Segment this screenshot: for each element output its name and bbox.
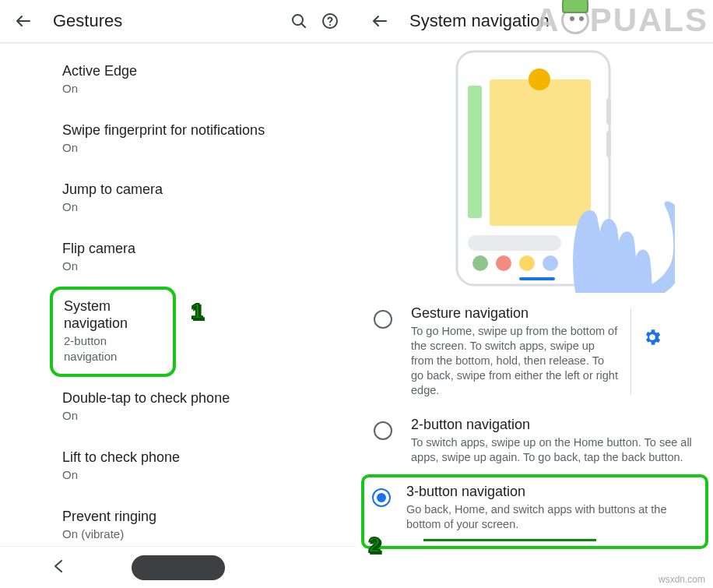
svg-point-12 — [519, 255, 535, 271]
step-badge-1: 1 — [184, 296, 210, 327]
svg-point-10 — [472, 255, 488, 271]
svg-point-11 — [496, 255, 511, 271]
option-desc: To go Home, swipe up from the bottom of … — [411, 324, 620, 398]
option-desc: Go back, Home, and switch apps with butt… — [406, 502, 697, 532]
svg-rect-14 — [519, 277, 555, 280]
item-sub: On — [62, 467, 338, 483]
item-label: System navigation — [64, 298, 160, 332]
gestures-screen: Gestures Active Edge On Swipe fingerprin… — [0, 0, 356, 588]
illustration — [356, 44, 713, 293]
item-label: Jump to camera — [62, 181, 338, 198]
svg-rect-5 — [606, 131, 611, 157]
svg-rect-7 — [490, 79, 591, 226]
item-flip-camera[interactable]: Flip camera On — [0, 227, 356, 287]
radio-icon[interactable] — [372, 488, 391, 507]
help-icon[interactable] — [314, 5, 346, 37]
option-title: 3-button navigation — [406, 484, 697, 500]
item-label: Lift to check phone — [62, 449, 338, 466]
item-sub: On — [62, 81, 338, 97]
radio-icon[interactable] — [374, 310, 392, 329]
item-sub: On (vibrate) — [62, 526, 338, 542]
highlight-underline — [423, 539, 596, 541]
svg-point-8 — [529, 69, 550, 90]
system-navigation-screen: System navigation — [356, 0, 713, 588]
item-label: Active Edge — [62, 62, 338, 79]
option-title: Gesture navigation — [411, 305, 620, 322]
two-button-navbar — [0, 546, 356, 588]
appbar: Gestures — [0, 0, 356, 44]
navigation-options: Gesture navigation To go Home, swipe up … — [356, 293, 713, 549]
item-sub: On — [62, 259, 338, 274]
item-label: Prevent ringing — [62, 508, 338, 525]
nav-back-icon[interactable] — [0, 558, 118, 578]
svg-rect-4 — [606, 98, 611, 125]
appbar: System navigation — [356, 0, 713, 44]
item-label: Swipe fingerprint for notifications — [62, 121, 338, 139]
nav-home-pill[interactable] — [132, 555, 225, 580]
item-sub: 2-button navigation — [64, 333, 160, 364]
item-system-navigation[interactable]: System navigation 2-button navigation — [50, 287, 176, 377]
svg-point-13 — [543, 255, 558, 271]
item-jump-to-camera[interactable]: Jump to camera On — [0, 168, 356, 227]
item-sub: On — [62, 408, 338, 424]
item-label: Flip camera — [62, 240, 338, 257]
item-lift-to-check[interactable]: Lift to check phone On — [0, 436, 356, 495]
option-three-button-navigation[interactable]: 3-button navigation Go back, Home, and s… — [361, 474, 708, 549]
back-icon[interactable] — [8, 5, 39, 37]
svg-point-2 — [329, 24, 331, 26]
back-icon[interactable] — [364, 5, 395, 37]
gear-icon[interactable] — [639, 327, 666, 347]
settings-list: Active Edge On Swipe fingerprint for not… — [0, 44, 356, 555]
item-swipe-fingerprint[interactable]: Swipe fingerprint for notifications On — [0, 109, 356, 168]
divider — [630, 308, 631, 395]
step-badge-2: 2 — [361, 530, 388, 561]
item-double-tap[interactable]: Double-tap to check phone On — [0, 377, 356, 436]
option-title: 2-button navigation — [411, 417, 702, 433]
option-gesture-navigation[interactable]: Gesture navigation To go Home, swipe up … — [356, 296, 713, 407]
page-title: System navigation — [409, 11, 702, 31]
item-label: Double-tap to check phone — [62, 389, 338, 407]
option-two-button-navigation[interactable]: 2-button navigation To switch apps, swip… — [356, 407, 713, 474]
page-title: Gestures — [53, 11, 283, 31]
search-icon[interactable] — [283, 5, 314, 37]
svg-rect-9 — [468, 235, 561, 251]
option-desc: To switch apps, swipe up on the Home but… — [411, 435, 702, 465]
item-active-edge[interactable]: Active Edge On — [0, 50, 356, 109]
radio-icon[interactable] — [374, 421, 392, 440]
item-sub: On — [62, 140, 338, 156]
footer-url: wsxdn.com — [659, 574, 705, 585]
svg-rect-6 — [468, 86, 482, 218]
item-sub: On — [62, 199, 338, 215]
